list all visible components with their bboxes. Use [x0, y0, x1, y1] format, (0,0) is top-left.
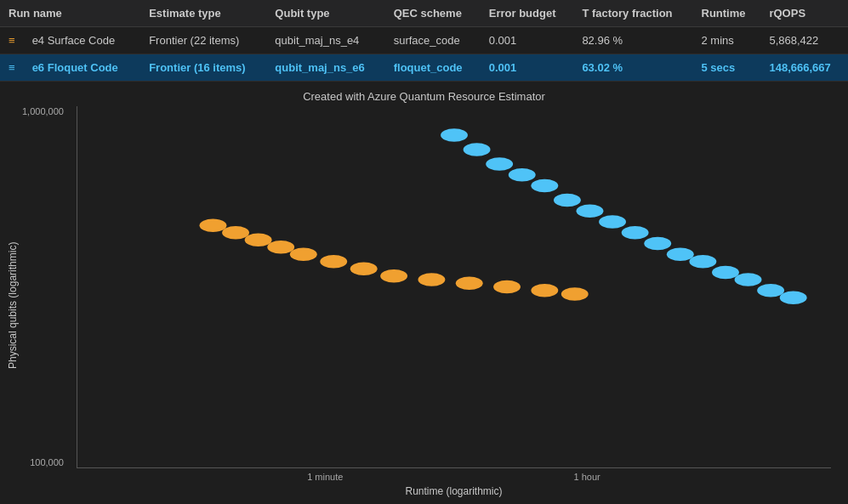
cell-t-factory-fraction: 82.96 % — [573, 27, 692, 54]
col-header-qec-scheme: QEC scheme — [385, 0, 481, 27]
cell-t-factory-fraction: 63.02 % — [573, 54, 692, 82]
cell-rqops: 5,868,422 — [760, 27, 848, 54]
cell-run-name: ≡ e4 Surface Code — [0, 27, 140, 54]
main-content: Run name Estimate type Qubit type QEC sc… — [0, 0, 848, 504]
chart-wrapper: Physical qubits (logarithmic) 1,000,000 … — [0, 106, 848, 504]
x-axis-label: Runtime (logarithmic) — [77, 482, 831, 504]
scatter-point — [441, 128, 468, 141]
scatter-point — [531, 284, 558, 297]
chart-plot: 1,000,000 100,000 — [77, 106, 831, 468]
x-axis-ticks: 1 minute 1 hour — [77, 468, 831, 482]
run-name-value: e6 Floquet Code — [32, 61, 118, 74]
col-header-run-name: Run name — [0, 0, 140, 27]
table-header-row: Run name Estimate type Qubit type QEC sc… — [0, 0, 848, 27]
y-axis-label: Physical qubits (logarithmic) — [0, 106, 26, 504]
scatter-point — [599, 215, 626, 228]
x-tick-hour: 1 hour — [574, 472, 600, 482]
scatter-point — [554, 194, 581, 207]
scatter-point — [689, 255, 716, 268]
scatter-point — [245, 234, 272, 246]
scatter-point — [418, 273, 445, 286]
table-container: Run name Estimate type Qubit type QEC sc… — [0, 0, 848, 82]
scatter-point — [577, 205, 604, 218]
row-icon: ≡ — [9, 34, 26, 47]
cell-estimate-type: Frontier (16 items) — [140, 54, 266, 82]
cell-error-budget: 0.001 — [481, 27, 574, 54]
scatter-point — [780, 292, 807, 304]
row-icon: ≡ — [9, 61, 26, 74]
cell-qubit-type: qubit_maj_ns_e6 — [266, 54, 384, 82]
cell-qec-scheme: surface_code — [385, 27, 481, 54]
scatter-point — [622, 226, 649, 239]
table-row[interactable]: ≡ e6 Floquet Code Frontier (16 items) qu… — [0, 54, 848, 82]
cell-run-name: ≡ e6 Floquet Code — [0, 54, 140, 82]
col-header-rqops: rQOPS — [760, 0, 848, 27]
scatter-point — [290, 248, 317, 261]
chart-inner: 1,000,000 100,000 1 minute 1 hour Runtim… — [26, 106, 848, 504]
col-header-t-factory-fraction: T factory fraction — [573, 0, 692, 27]
scatter-point — [667, 248, 694, 261]
cell-qec-scheme: floquet_code — [385, 54, 481, 82]
table-row[interactable]: ≡ e4 Surface Code Frontier (22 items) qu… — [0, 27, 848, 54]
scatter-point — [757, 284, 784, 297]
scatter-point — [200, 219, 227, 232]
scatter-point — [380, 269, 407, 282]
col-header-estimate-type: Estimate type — [140, 0, 266, 27]
scatter-point — [735, 273, 762, 286]
scatter-point — [712, 266, 739, 279]
y-tick-top: 1,000,000 — [22, 106, 69, 116]
col-header-qubit-type: Qubit type — [266, 0, 384, 27]
scatter-point — [267, 241, 294, 253]
scatter-point — [350, 263, 378, 275]
cell-runtime: 5 secs — [693, 54, 761, 82]
scatter-point — [320, 255, 347, 268]
chart-title: Created with Azure Quantum Resource Esti… — [0, 90, 848, 103]
scatter-point — [493, 280, 521, 293]
run-name-value: e4 Surface Code — [32, 34, 116, 47]
cell-estimate-type: Frontier (22 items) — [140, 27, 266, 54]
scatter-point — [222, 226, 249, 239]
scatter-point — [486, 157, 513, 170]
scatter-point — [464, 143, 491, 156]
scatter-plot — [77, 106, 831, 467]
cell-rqops: 148,666,667 — [760, 54, 848, 82]
cell-runtime: 2 mins — [693, 27, 761, 54]
scatter-point — [456, 277, 483, 290]
chart-area: Created with Azure Quantum Resource Esti… — [0, 82, 848, 504]
scatter-point — [561, 287, 589, 300]
scatter-point — [644, 237, 671, 250]
scatter-point — [531, 179, 558, 192]
x-tick-minute: 1 minute — [307, 472, 343, 482]
scatter-point — [509, 168, 536, 181]
col-header-error-budget: Error budget — [481, 0, 574, 27]
cell-error-budget: 0.001 — [481, 54, 574, 82]
y-tick-bottom: 100,000 — [22, 457, 69, 467]
col-header-runtime: Runtime — [693, 0, 761, 27]
results-table: Run name Estimate type Qubit type QEC sc… — [0, 0, 848, 82]
y-tick-labels: 1,000,000 100,000 — [22, 106, 69, 467]
cell-qubit-type: qubit_maj_ns_e4 — [266, 27, 384, 54]
